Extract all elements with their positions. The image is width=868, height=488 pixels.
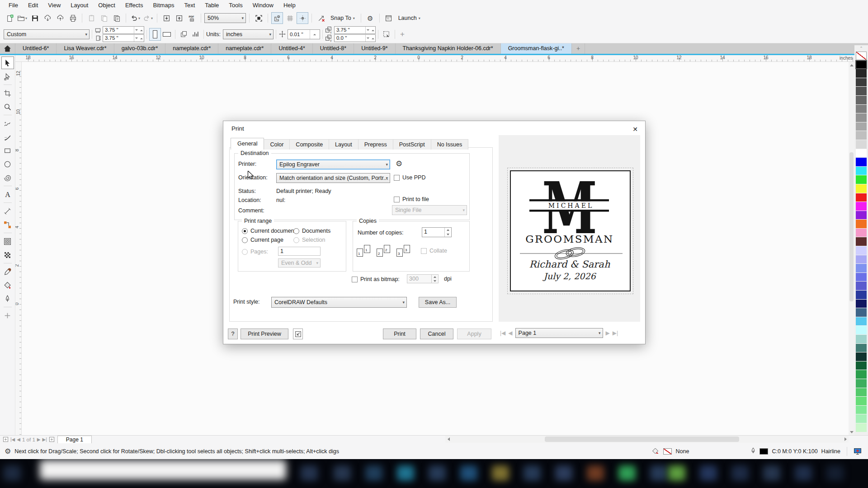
units-select[interactable]: inches: [223, 29, 274, 39]
color-swatch[interactable]: [856, 122, 867, 131]
color-swatch[interactable]: [856, 78, 867, 87]
paste-button[interactable]: [111, 12, 123, 24]
use-ppd-row[interactable]: Use PPD: [394, 174, 425, 181]
document-tab-untitled-9-[interactable]: Untitled-9*: [354, 43, 395, 54]
page-width-field[interactable]: 3.75 ": [103, 26, 144, 34]
color-swatch[interactable]: [856, 344, 867, 352]
dialog-tab-layout[interactable]: Layout: [329, 139, 359, 150]
rectangle-tool[interactable]: [1, 144, 14, 157]
scroll-right-arrow[interactable]: [842, 436, 849, 443]
color-swatch[interactable]: [856, 246, 867, 255]
dialog-tab-general[interactable]: General: [231, 138, 264, 150]
current-page-radio[interactable]: [242, 237, 248, 243]
outline-pen-tool[interactable]: [1, 292, 14, 305]
vertical-scroll-thumb[interactable]: [849, 152, 854, 301]
taskbar-app-icon[interactable]: [826, 465, 844, 481]
taskbar-app-icon[interactable]: [492, 465, 509, 481]
launch-dropdown[interactable]: Launch▾: [396, 15, 423, 21]
color-swatch[interactable]: [856, 317, 867, 326]
color-proof-icon[interactable]: [854, 448, 862, 455]
color-swatch[interactable]: [856, 370, 867, 379]
taskbar-app-icon[interactable]: [587, 465, 604, 481]
help-button[interactable]: ?: [228, 328, 238, 339]
color-swatch[interactable]: [856, 308, 867, 317]
eyedropper-tool[interactable]: [1, 265, 14, 278]
menu-table[interactable]: Table: [200, 0, 224, 11]
menu-view[interactable]: View: [43, 0, 66, 11]
undo-button[interactable]: ▾: [129, 12, 141, 24]
windows-taskbar[interactable]: [0, 459, 868, 488]
preview-page-select[interactable]: Page 1: [515, 328, 603, 338]
color-swatch[interactable]: [856, 158, 867, 166]
color-swatch[interactable]: [856, 326, 867, 334]
dialog-tab-prepress[interactable]: Prepress: [358, 139, 393, 150]
taskbar-app-icon[interactable]: [763, 465, 780, 481]
menu-object[interactable]: Object: [93, 0, 120, 11]
pick-tool[interactable]: [1, 56, 14, 69]
launch-panel-button[interactable]: [383, 12, 395, 24]
current-page-settings-button[interactable]: [178, 28, 189, 40]
document-tab-untitled-4-[interactable]: Untitled-4*: [271, 43, 312, 54]
color-swatch[interactable]: [856, 140, 867, 149]
import-button[interactable]: [160, 12, 172, 24]
color-swatch[interactable]: [856, 335, 867, 343]
taskbar-app-icon[interactable]: [301, 465, 318, 481]
zoom-tool[interactable]: [1, 100, 14, 113]
color-swatch[interactable]: [856, 388, 867, 397]
taskbar-app-icon[interactable]: [365, 465, 382, 481]
new-document-tab-button[interactable]: +: [572, 43, 585, 54]
horizontal-scrollbar[interactable]: [445, 436, 849, 443]
add-page-icon[interactable]: [3, 436, 9, 442]
snap-off-button[interactable]: [315, 12, 327, 24]
menu-window[interactable]: Window: [248, 0, 278, 11]
show-rulers-button[interactable]: [271, 12, 283, 24]
taskbar-app-icon[interactable]: [524, 465, 541, 481]
last-page-button[interactable]: ▶|: [42, 437, 47, 442]
cancel-button[interactable]: Cancel: [420, 328, 453, 339]
new-document-button[interactable]: [4, 12, 15, 24]
vertical-scrollbar[interactable]: [849, 62, 854, 435]
text-tool[interactable]: A: [1, 188, 14, 201]
print-preview-button[interactable]: Print Preview: [241, 328, 288, 339]
color-swatch[interactable]: [856, 211, 867, 220]
print-button[interactable]: [67, 12, 79, 24]
color-swatch[interactable]: [856, 96, 867, 104]
color-swatch[interactable]: [856, 229, 867, 237]
taskbar-app-icon[interactable]: [429, 465, 446, 481]
pages-field[interactable]: 1: [278, 247, 321, 256]
taskbar-app-icon[interactable]: [397, 465, 414, 481]
open-button[interactable]: ▾: [16, 12, 28, 24]
vertical-ruler[interactable]: 121086420: [15, 62, 22, 435]
status-gear-icon[interactable]: ⚙: [5, 448, 11, 455]
page-tab[interactable]: Page 1: [57, 436, 92, 443]
color-swatch[interactable]: [856, 291, 867, 299]
color-swatch[interactable]: [856, 423, 867, 432]
dialog-tab-composite[interactable]: Composite: [289, 139, 329, 150]
document-tab-nameplate-cdr-[interactable]: nameplate.cdr*: [165, 43, 218, 54]
portrait-button[interactable]: [149, 28, 161, 41]
color-swatch[interactable]: [856, 406, 867, 414]
print-as-bitmap-row[interactable]: Print as bitmap:: [352, 276, 400, 282]
menu-edit[interactable]: Edit: [23, 0, 43, 11]
save-as-button[interactable]: Save As...: [419, 297, 457, 308]
fill-status-icon[interactable]: [652, 448, 660, 455]
save-button[interactable]: [29, 12, 41, 24]
duplicate-x-field[interactable]: 3.75 ": [334, 26, 376, 34]
nudge-field[interactable]: 0.01 ": [288, 29, 320, 39]
contour-tool[interactable]: [1, 235, 14, 248]
export-button[interactable]: [173, 12, 185, 24]
interactive-fill-tool[interactable]: [1, 279, 14, 291]
scroll-left-arrow[interactable]: [445, 436, 452, 443]
document-tab-untitled-8-[interactable]: Untitled-8*: [313, 43, 354, 54]
prev-page-button[interactable]: ◀: [17, 437, 20, 442]
landscape-button[interactable]: [161, 28, 173, 41]
more-tools-button[interactable]: [1, 309, 14, 322]
menu-effects[interactable]: Effects: [120, 0, 148, 11]
orientation-select[interactable]: Match orientation and size (Custom, Port…: [276, 173, 390, 183]
color-swatch[interactable]: [856, 105, 867, 113]
page-height-field[interactable]: 3.75 ": [103, 34, 144, 42]
color-swatch[interactable]: [856, 300, 867, 308]
menu-help[interactable]: Help: [278, 0, 301, 11]
dialog-tab-no-issues[interactable]: No Issues: [431, 139, 469, 150]
color-swatch[interactable]: [856, 264, 867, 272]
